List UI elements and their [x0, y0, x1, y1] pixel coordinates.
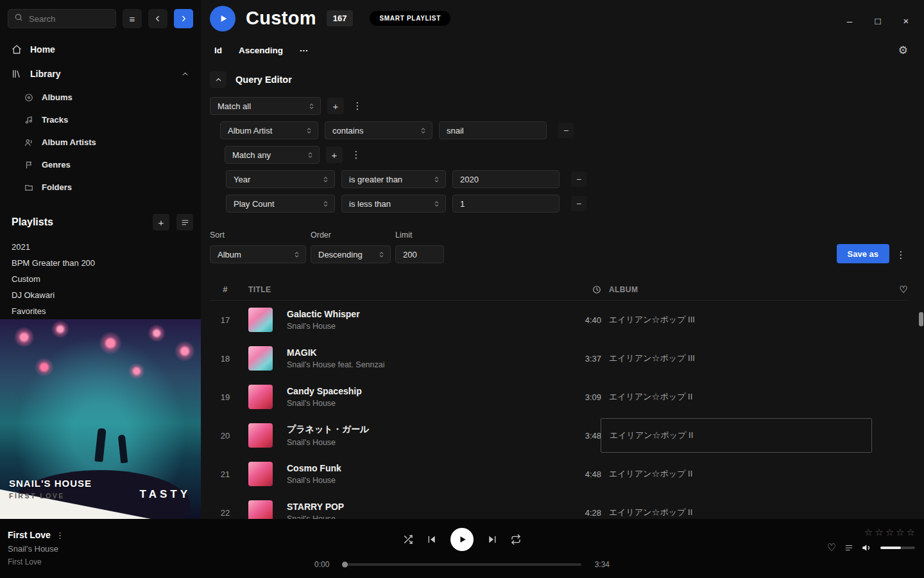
queue-button[interactable]: [844, 543, 853, 552]
remove-rule-button[interactable]: −: [571, 196, 586, 211]
play-playlist-button[interactable]: [210, 6, 235, 31]
column-duration[interactable]: [556, 285, 601, 294]
seek-bar[interactable]: [343, 563, 581, 566]
rule-operator-select[interactable]: is greater than: [341, 170, 446, 188]
track-row[interactable]: 21 Cosmo Funk Snail's House 4:48 エイリアン☆ポ…: [210, 455, 908, 493]
play-pause-button[interactable]: [450, 528, 474, 551]
track-artist[interactable]: Snail's House: [287, 476, 549, 485]
playlist-item[interactable]: 2021: [12, 239, 193, 255]
sort-direction-button[interactable]: Ascending: [239, 46, 283, 55]
query-limit-input[interactable]: [395, 245, 444, 263]
track-row[interactable]: 18 MAGIK Snail's House feat. Sennzai 3:3…: [210, 339, 908, 378]
column-album[interactable]: ALBUM: [609, 285, 872, 294]
sidebar-item-folders[interactable]: Folders: [12, 176, 193, 198]
chevron-up-icon: [214, 76, 223, 84]
track-row[interactable]: 22 STARRY POP Snail's House 4:28 エイリアン☆ポ…: [210, 493, 908, 519]
queue-icon: [844, 543, 853, 552]
sidebar-item-tracks[interactable]: Tracks: [12, 109, 193, 131]
track-artist[interactable]: Snail's House: [287, 438, 549, 447]
query-order-select[interactable]: Descending: [311, 245, 391, 263]
track-album-selected[interactable]: エイリアン☆ポップ II: [601, 418, 872, 453]
column-favorite[interactable]: ♡: [880, 284, 908, 295]
save-menu-button[interactable]: ⋮: [894, 247, 908, 263]
rule-value-input[interactable]: [452, 170, 560, 188]
sort-field-button[interactable]: Id: [214, 46, 222, 55]
now-playing-art[interactable]: SNAIL'S HOUSE FIRST LOVE TASTY: [0, 319, 201, 519]
query-sort-select[interactable]: Album: [210, 245, 306, 263]
nav-back-button[interactable]: [148, 9, 167, 28]
next-button[interactable]: [487, 534, 497, 545]
close-button[interactable]: ×: [898, 13, 914, 28]
remove-rule-button[interactable]: −: [558, 123, 574, 138]
playlist-item[interactable]: BPM Greater than 200: [12, 255, 193, 271]
sidebar-item-genres[interactable]: Genres: [12, 153, 193, 176]
maximize-button[interactable]: □: [870, 13, 886, 28]
track-artist[interactable]: Snail's House: [287, 322, 549, 331]
column-index[interactable]: #: [210, 285, 241, 294]
menu-button[interactable]: ≡: [123, 9, 142, 28]
rule-group-menu-button[interactable]: ⋮: [350, 98, 364, 114]
rule-value-input[interactable]: [439, 121, 547, 139]
now-playing-menu-button[interactable]: ⋮: [56, 530, 64, 540]
collapse-library-icon[interactable]: [181, 70, 189, 78]
now-playing-title[interactable]: First Love: [8, 530, 51, 540]
scrollbar-thumb[interactable]: [919, 312, 923, 326]
volume-slider[interactable]: [880, 547, 915, 549]
track-album[interactable]: エイリアン☆ポップ III: [609, 314, 872, 326]
match-type-select[interactable]: Match all: [210, 97, 321, 115]
track-artist[interactable]: Snail's House: [287, 514, 549, 519]
track-album[interactable]: エイリアン☆ポップ II: [609, 507, 872, 518]
rule-field-select[interactable]: Year: [226, 170, 335, 188]
repeat-button[interactable]: [511, 534, 521, 545]
rule-operator-select[interactable]: is less than: [341, 195, 446, 213]
seek-handle[interactable]: [342, 562, 348, 568]
track-album[interactable]: エイリアン☆ポップ II: [609, 468, 872, 480]
playlist-item[interactable]: Favorites: [12, 303, 193, 319]
track-row[interactable]: 20 プラネット・ガール Snail's House 3:48 エイリアン☆ポッ…: [210, 416, 908, 455]
rule-value-input[interactable]: [452, 195, 560, 213]
add-rule-button[interactable]: +: [326, 146, 343, 163]
column-title[interactable]: TITLE: [248, 285, 549, 294]
playlist-item[interactable]: Custom: [12, 271, 193, 287]
rule-field-select[interactable]: Album Artist: [220, 121, 318, 139]
sidebar-item-library[interactable]: Library: [8, 62, 193, 86]
collapse-query-editor-button[interactable]: [210, 71, 227, 88]
now-playing-album[interactable]: First Love: [8, 557, 64, 566]
previous-button[interactable]: [427, 534, 437, 545]
add-rule-button[interactable]: +: [327, 98, 344, 114]
sidebar-item-album-artists[interactable]: Album Artists: [12, 131, 193, 153]
playlist-list-options-button[interactable]: [176, 214, 193, 231]
save-as-button[interactable]: Save as: [837, 244, 889, 263]
search-input[interactable]: [28, 13, 110, 24]
track-row[interactable]: 19 Candy Spaceship Snail's House 3:09 エイ…: [210, 378, 908, 416]
star-icon[interactable]: ☆: [864, 527, 873, 537]
search-box[interactable]: [8, 9, 116, 28]
star-icon[interactable]: ☆: [886, 527, 894, 537]
track-album[interactable]: エイリアン☆ポップ II: [609, 391, 872, 403]
star-icon[interactable]: ☆: [896, 527, 904, 537]
sidebar-item-albums[interactable]: Albums: [12, 86, 193, 109]
group-match-type-select[interactable]: Match any: [225, 146, 320, 164]
remove-rule-button[interactable]: −: [571, 171, 586, 187]
now-playing-artist[interactable]: Snail's House: [8, 544, 64, 554]
track-artist[interactable]: Snail's House feat. Sennzai: [287, 360, 549, 369]
rule-field-select[interactable]: Play Count: [226, 195, 335, 213]
more-options-button[interactable]: ···: [300, 46, 309, 55]
favorite-button[interactable]: ♡: [827, 543, 836, 553]
minimize-button[interactable]: –: [842, 13, 857, 28]
track-album[interactable]: エイリアン☆ポップ III: [609, 353, 872, 364]
track-row[interactable]: 17 Galactic Whisper Snail's House 4:40 エ…: [210, 301, 908, 339]
volume-button[interactable]: [862, 543, 872, 553]
track-artist[interactable]: Snail's House: [287, 399, 549, 408]
add-playlist-button[interactable]: +: [153, 214, 169, 231]
star-icon[interactable]: ☆: [907, 527, 915, 537]
shuffle-button[interactable]: [403, 534, 413, 545]
scrollbar[interactable]: [919, 297, 923, 515]
settings-icon[interactable]: ⚙: [898, 45, 908, 56]
playlist-item[interactable]: DJ Okawari: [12, 287, 193, 303]
rule-group-menu-button[interactable]: ⋮: [349, 146, 363, 163]
rule-operator-select[interactable]: contains: [325, 121, 432, 139]
sidebar-item-home[interactable]: Home: [8, 37, 193, 62]
star-icon[interactable]: ☆: [875, 527, 883, 537]
nav-forward-button[interactable]: [174, 9, 193, 28]
